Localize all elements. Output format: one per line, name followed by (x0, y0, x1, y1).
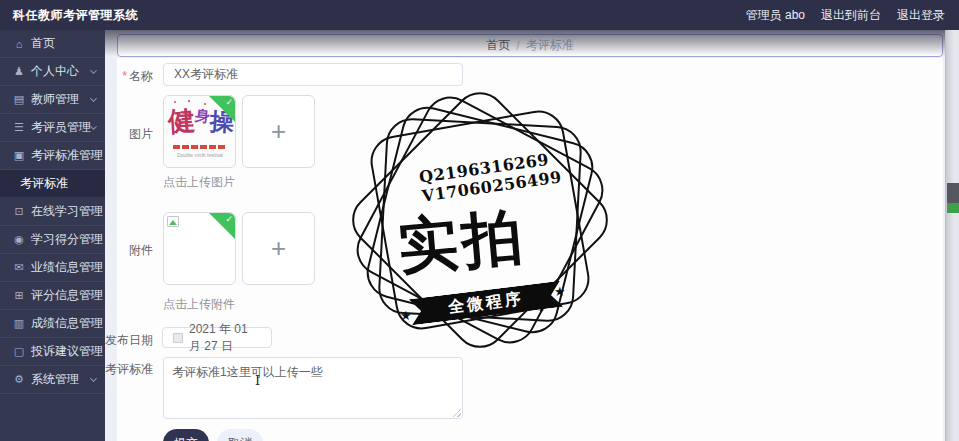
submit-button[interactable]: 提交 (163, 429, 209, 441)
cancel-button[interactable]: 取消 (217, 429, 263, 441)
logout-link[interactable]: 退出登录 (897, 7, 945, 24)
attachment-upload-button[interactable]: + (242, 212, 315, 285)
standard-label: 考评标准 (105, 361, 153, 378)
text-cursor: I (255, 373, 260, 388)
sidebar-subitem-evaluation-standard[interactable]: 考评标准 (0, 170, 105, 198)
breadcrumb-current: 考评标准 (526, 37, 574, 54)
sidebar-item-home[interactable]: ⌂ 首页 (0, 30, 105, 58)
sidebar-item-rating-info-mgmt[interactable]: ⊞ 评分信息管理 (0, 282, 105, 310)
thumbnail-subtitle: Double ninth festival (169, 152, 230, 157)
breadcrumb: 首页 / 考评标准 (117, 34, 943, 57)
sidebar-item-system-mgmt[interactable]: ⚙ 系统管理 (0, 366, 105, 394)
sidebar-item-performance-info-mgmt[interactable]: ✉ 业绩信息管理 (0, 254, 105, 282)
check-icon: ✓ (225, 97, 233, 107)
image-label: 图片 (105, 126, 153, 143)
required-asterisk: * (122, 69, 127, 83)
breadcrumb-separator: / (516, 39, 519, 53)
thumbnail-red-caption (173, 145, 227, 149)
image-thumbnail[interactable]: 健身操 Double ninth festival ✓ (163, 95, 236, 168)
broken-image-icon (167, 216, 179, 227)
standard-textarea[interactable]: 考评标准1这里可以上传一些 (163, 357, 463, 419)
sidebar-item-label: 考评员管理 (31, 119, 91, 136)
sidebar-item-profile[interactable]: ♟ 个人中心 (0, 58, 105, 86)
sidebar-item-grade-info-mgmt[interactable]: ▥ 成绩信息管理 (0, 310, 105, 338)
scrollbar-track[interactable] (945, 30, 959, 441)
card-icon: ▥ (12, 317, 26, 330)
date-input[interactable]: 2021 年 01 月 27 日 (162, 327, 272, 348)
calendar-icon (173, 333, 183, 343)
header-user-link[interactable]: 管理员 abo (746, 7, 805, 24)
sidebar-item-teacher-mgmt[interactable]: ▤ 教师管理 (0, 86, 105, 114)
scrollbar-marker (947, 203, 959, 213)
sidebar-item-standard-mgmt[interactable]: ▣ 考评标准管理 (0, 142, 105, 170)
plus-icon: + (271, 116, 286, 147)
exit-to-front-link[interactable]: 退出到前台 (821, 7, 881, 24)
confetti-decor (174, 101, 176, 103)
attachment-upload-caption: 点击上传附件 (163, 296, 235, 313)
check-icon: ✓ (225, 214, 233, 224)
attachment-label: 附件 (105, 242, 153, 259)
attachment-thumbnail[interactable]: ✓ (163, 212, 236, 285)
chevron-down-icon (90, 95, 97, 102)
sidebar-item-label: 系统管理 (31, 371, 79, 388)
name-input[interactable]: XX考评标准 (163, 63, 463, 86)
sidebar-item-label: 个人中心 (31, 63, 79, 80)
sidebar-item-label: 教师管理 (31, 91, 79, 108)
sidebar: ⌂ 首页 ♟ 个人中心 ▤ 教师管理 ☰ 考评员管理 ▣ 考评标准管理 考评标准… (0, 30, 105, 441)
textarea-resize-handle[interactable] (453, 409, 461, 417)
chevron-down-icon (90, 123, 97, 130)
image-upload-caption: 点击上传图片 (163, 174, 235, 191)
sidebar-item-label: 考评标准 (20, 175, 68, 192)
grid-icon: ⊞ (12, 289, 26, 302)
date-label: 发布日期 (105, 332, 153, 349)
chevron-down-icon (90, 375, 97, 382)
envelope-icon: ✉ (12, 261, 26, 274)
clipboard-icon: ▣ (12, 149, 26, 162)
header-menu: 管理员 abo 退出到前台 退出登录 (746, 7, 959, 24)
date-value: 2021 年 01 月 27 日 (189, 321, 261, 355)
list-icon: ☰ (12, 121, 26, 134)
breadcrumb-home[interactable]: 首页 (486, 37, 510, 54)
sidebar-item-evaluator-mgmt[interactable]: ☰ 考评员管理 (0, 114, 105, 142)
image-upload-button[interactable]: + (242, 95, 315, 168)
content-area: 首页 / 考评标准 *名称 XX考评标准 图片 健身操 Double ninth… (105, 30, 959, 441)
notebook-icon: ▤ (12, 93, 26, 106)
monitor-icon: ⊡ (12, 205, 26, 218)
app-title: 科任教师考评管理系统 (0, 7, 138, 24)
sidebar-item-label: 首页 (31, 35, 55, 52)
sidebar-item-study-score-mgmt[interactable]: ◉ 学习得分管理 (0, 226, 105, 254)
plus-icon: + (271, 233, 286, 264)
sidebar-item-online-study-mgmt[interactable]: ⊡ 在线学习管理 (0, 198, 105, 226)
user-icon: ♟ (12, 65, 26, 78)
chevron-down-icon (90, 67, 97, 74)
name-label: *名称 (105, 68, 153, 85)
chat-icon: ▢ (12, 345, 26, 358)
app-header: 科任教师考评管理系统 管理员 abo 退出到前台 退出登录 (0, 0, 959, 30)
scrollbar-thumb[interactable] (947, 183, 959, 203)
home-icon: ⌂ (12, 38, 26, 50)
pin-icon: ◉ (12, 233, 26, 246)
sidebar-item-complaint-mgmt[interactable]: ▢ 投诉建议管理 (0, 338, 105, 366)
gear-icon: ⚙ (12, 373, 26, 386)
